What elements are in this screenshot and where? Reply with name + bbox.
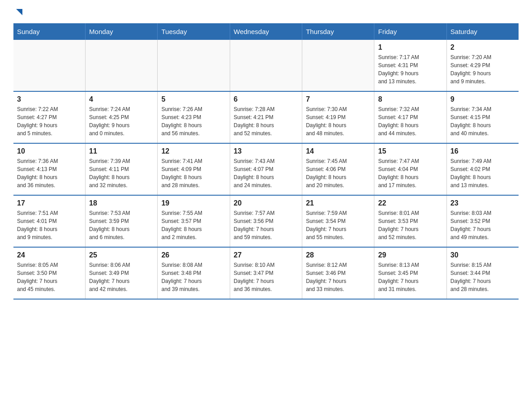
week-row-5: 24Sunrise: 8:05 AMSunset: 3:50 PMDayligh… [13,247,519,299]
calendar-cell: 27Sunrise: 8:10 AMSunset: 3:47 PMDayligh… [230,247,302,299]
day-info: Sunrise: 7:32 AMSunset: 4:17 PMDaylight:… [378,105,442,137]
calendar-cell [86,40,158,91]
calendar-cell: 12Sunrise: 7:41 AMSunset: 4:09 PMDayligh… [158,143,230,195]
day-info: Sunrise: 7:24 AMSunset: 4:25 PMDaylight:… [89,105,154,137]
week-row-3: 10Sunrise: 7:36 AMSunset: 4:13 PMDayligh… [13,143,519,195]
day-info: Sunrise: 7:47 AMSunset: 4:04 PMDaylight:… [378,157,442,189]
day-info: Sunrise: 8:15 AMSunset: 3:44 PMDaylight:… [450,261,515,293]
calendar-cell: 23Sunrise: 8:03 AMSunset: 3:52 PMDayligh… [446,195,519,247]
calendar-cell [302,40,374,91]
day-info: Sunrise: 7:59 AMSunset: 3:54 PMDaylight:… [306,209,370,241]
day-number: 25 [89,251,154,259]
calendar-cell: 17Sunrise: 7:51 AMSunset: 4:01 PMDayligh… [13,195,86,247]
day-number: 14 [306,147,370,155]
day-info: Sunrise: 7:43 AMSunset: 4:07 PMDaylight:… [234,157,298,189]
day-info: Sunrise: 7:55 AMSunset: 3:57 PMDaylight:… [161,209,226,241]
header-friday: Friday [374,23,446,40]
header-thursday: Thursday [302,23,374,40]
header-sunday: Sunday [13,23,86,40]
header-saturday: Saturday [446,23,519,40]
day-number: 21 [306,199,370,207]
day-info: Sunrise: 8:13 AMSunset: 3:45 PMDaylight:… [378,261,442,293]
day-number: 27 [234,251,298,259]
svg-marker-0 [16,9,22,15]
calendar-cell: 15Sunrise: 7:47 AMSunset: 4:04 PMDayligh… [374,143,446,195]
calendar-cell: 18Sunrise: 7:53 AMSunset: 3:59 PMDayligh… [86,195,158,247]
day-info: Sunrise: 7:22 AMSunset: 4:27 PMDaylight:… [17,105,82,137]
logo-triangle-icon [14,7,24,17]
week-row-2: 3Sunrise: 7:22 AMSunset: 4:27 PMDaylight… [13,91,519,143]
day-info: Sunrise: 7:57 AMSunset: 3:56 PMDaylight:… [234,209,298,241]
day-number: 24 [17,251,82,259]
day-number: 6 [234,95,298,103]
calendar-cell: 14Sunrise: 7:45 AMSunset: 4:06 PMDayligh… [302,143,374,195]
day-info: Sunrise: 7:49 AMSunset: 4:02 PMDaylight:… [450,157,515,189]
calendar-cell: 4Sunrise: 7:24 AMSunset: 4:25 PMDaylight… [86,91,158,143]
calendar-cell: 28Sunrise: 8:12 AMSunset: 3:46 PMDayligh… [302,247,374,299]
calendar-cell: 7Sunrise: 7:30 AMSunset: 4:19 PMDaylight… [302,91,374,143]
day-number: 4 [89,95,154,103]
calendar-cell: 21Sunrise: 7:59 AMSunset: 3:54 PMDayligh… [302,195,374,247]
day-number: 13 [234,147,298,155]
calendar-cell: 2Sunrise: 7:20 AMSunset: 4:29 PMDaylight… [446,40,519,91]
day-number: 23 [450,199,515,207]
calendar-cell: 8Sunrise: 7:32 AMSunset: 4:17 PMDaylight… [374,91,446,143]
calendar-cell: 9Sunrise: 7:34 AMSunset: 4:15 PMDaylight… [446,91,519,143]
day-info: Sunrise: 8:10 AMSunset: 3:47 PMDaylight:… [234,261,298,293]
day-number: 9 [450,95,515,103]
day-number: 20 [234,199,298,207]
header-wednesday: Wednesday [230,23,302,40]
header-tuesday: Tuesday [158,23,230,40]
day-number: 15 [378,147,442,155]
day-info: Sunrise: 8:01 AMSunset: 3:53 PMDaylight:… [378,209,442,241]
day-info: Sunrise: 7:20 AMSunset: 4:29 PMDaylight:… [450,53,515,86]
day-number: 2 [450,43,515,51]
calendar-cell: 16Sunrise: 7:49 AMSunset: 4:02 PMDayligh… [446,143,519,195]
calendar-cell: 26Sunrise: 8:08 AMSunset: 3:48 PMDayligh… [158,247,230,299]
day-number: 10 [17,147,82,155]
day-number: 12 [161,147,226,155]
day-number: 3 [17,95,82,103]
day-info: Sunrise: 7:41 AMSunset: 4:09 PMDaylight:… [161,157,226,189]
day-number: 28 [306,251,370,259]
day-number: 1 [378,43,442,51]
day-number: 26 [161,251,226,259]
page-header [13,9,519,14]
day-number: 29 [378,251,442,259]
calendar-cell: 10Sunrise: 7:36 AMSunset: 4:13 PMDayligh… [13,143,86,195]
day-info: Sunrise: 8:12 AMSunset: 3:46 PMDaylight:… [306,261,370,293]
week-row-4: 17Sunrise: 7:51 AMSunset: 4:01 PMDayligh… [13,195,519,247]
day-info: Sunrise: 7:36 AMSunset: 4:13 PMDaylight:… [17,157,82,189]
calendar-table: SundayMondayTuesdayWednesdayThursdayFrid… [13,23,519,300]
day-number: 8 [378,95,442,103]
day-number: 11 [89,147,154,155]
day-info: Sunrise: 7:53 AMSunset: 3:59 PMDaylight:… [89,209,154,241]
day-info: Sunrise: 8:03 AMSunset: 3:52 PMDaylight:… [450,209,515,241]
day-info: Sunrise: 8:08 AMSunset: 3:48 PMDaylight:… [161,261,226,293]
calendar-cell: 29Sunrise: 8:13 AMSunset: 3:45 PMDayligh… [374,247,446,299]
calendar-cell: 6Sunrise: 7:28 AMSunset: 4:21 PMDaylight… [230,91,302,143]
week-row-1: 1Sunrise: 7:17 AMSunset: 4:31 PMDaylight… [13,40,519,91]
day-info: Sunrise: 7:34 AMSunset: 4:15 PMDaylight:… [450,105,515,137]
day-info: Sunrise: 7:17 AMSunset: 4:31 PMDaylight:… [378,53,442,86]
day-number: 19 [161,199,226,207]
calendar-cell [13,40,86,91]
calendar-cell: 30Sunrise: 8:15 AMSunset: 3:44 PMDayligh… [446,247,519,299]
day-number: 22 [378,199,442,207]
calendar-cell: 5Sunrise: 7:26 AMSunset: 4:23 PMDaylight… [158,91,230,143]
day-number: 17 [17,199,82,207]
calendar-header-row: SundayMondayTuesdayWednesdayThursdayFrid… [13,23,519,40]
calendar-cell: 1Sunrise: 7:17 AMSunset: 4:31 PMDaylight… [374,40,446,91]
day-number: 16 [450,147,515,155]
day-info: Sunrise: 8:06 AMSunset: 3:49 PMDaylight:… [89,261,154,293]
calendar-cell: 20Sunrise: 7:57 AMSunset: 3:56 PMDayligh… [230,195,302,247]
day-number: 7 [306,95,370,103]
calendar-cell [230,40,302,91]
day-number: 30 [450,251,515,259]
header-monday: Monday [86,23,158,40]
calendar-cell: 13Sunrise: 7:43 AMSunset: 4:07 PMDayligh… [230,143,302,195]
day-info: Sunrise: 7:39 AMSunset: 4:11 PMDaylight:… [89,157,154,189]
calendar-cell: 24Sunrise: 8:05 AMSunset: 3:50 PMDayligh… [13,247,86,299]
calendar-cell: 25Sunrise: 8:06 AMSunset: 3:49 PMDayligh… [86,247,158,299]
day-info: Sunrise: 7:45 AMSunset: 4:06 PMDaylight:… [306,157,370,189]
